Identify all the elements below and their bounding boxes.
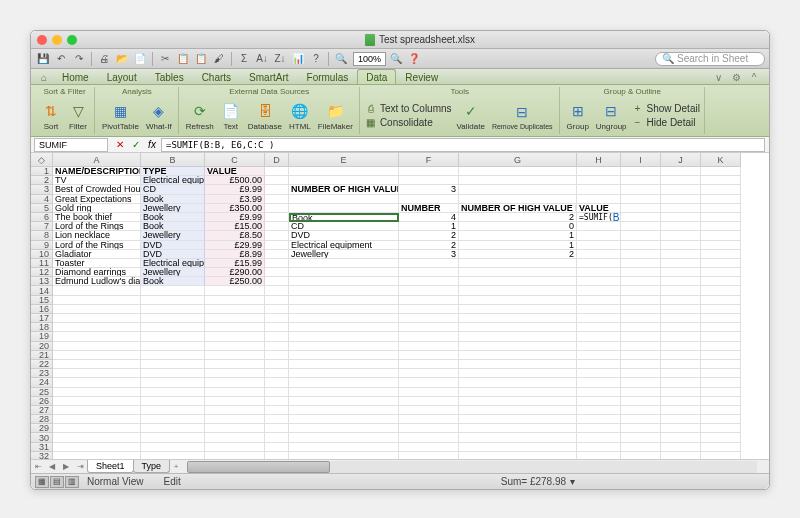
cell-I27[interactable] xyxy=(621,406,661,415)
cell-D3[interactable] xyxy=(265,185,289,194)
cell-K20[interactable] xyxy=(701,342,741,351)
cell-K19[interactable] xyxy=(701,332,741,341)
cell-D1[interactable] xyxy=(265,167,289,176)
database-button[interactable]: 🗄Database xyxy=(246,100,284,132)
cell-I8[interactable] xyxy=(621,231,661,240)
cell-G14[interactable] xyxy=(459,286,577,295)
row-header-5[interactable]: 5 xyxy=(31,204,53,213)
cell-F25[interactable] xyxy=(399,388,459,397)
cell-G23[interactable] xyxy=(459,369,577,378)
cell-J14[interactable] xyxy=(661,286,701,295)
cell-D25[interactable] xyxy=(265,388,289,397)
cell-C16[interactable] xyxy=(205,305,265,314)
cell-C6[interactable]: £9.99 xyxy=(205,213,265,222)
cell-I11[interactable] xyxy=(621,259,661,268)
cell-B6[interactable]: Book xyxy=(141,213,205,222)
col-header-K[interactable]: K xyxy=(701,153,741,167)
cell-F21[interactable] xyxy=(399,351,459,360)
sort-button[interactable]: ⇅Sort xyxy=(39,100,63,132)
cell-E26[interactable] xyxy=(289,397,399,406)
ribbon-tab-review[interactable]: Review xyxy=(396,69,447,84)
row-header-6[interactable]: 6 xyxy=(31,213,53,222)
cell-H25[interactable] xyxy=(577,388,621,397)
cell-F12[interactable] xyxy=(399,268,459,277)
cell-C17[interactable] xyxy=(205,314,265,323)
cell-E21[interactable] xyxy=(289,351,399,360)
cell-B21[interactable] xyxy=(141,351,205,360)
cell-H9[interactable] xyxy=(577,241,621,250)
cell-H15[interactable] xyxy=(577,296,621,305)
cell-F18[interactable] xyxy=(399,323,459,332)
cell-B12[interactable]: Jewellery xyxy=(141,268,205,277)
cell-G1[interactable] xyxy=(459,167,577,176)
cell-G28[interactable] xyxy=(459,415,577,424)
refresh-button[interactable]: ⟳Refresh xyxy=(184,100,216,132)
zoom-out-icon[interactable]: 🔍 xyxy=(333,51,349,67)
cell-A10[interactable]: Gladiator xyxy=(53,250,141,259)
cell-D7[interactable] xyxy=(265,222,289,231)
cell-C21[interactable] xyxy=(205,351,265,360)
cell-G18[interactable] xyxy=(459,323,577,332)
cell-J16[interactable] xyxy=(661,305,701,314)
cell-B18[interactable] xyxy=(141,323,205,332)
cell-K15[interactable] xyxy=(701,296,741,305)
redo-icon[interactable]: ↷ xyxy=(71,51,87,67)
cell-I14[interactable] xyxy=(621,286,661,295)
undo-icon[interactable]: ↶ xyxy=(53,51,69,67)
cell-B19[interactable] xyxy=(141,332,205,341)
cell-C15[interactable] xyxy=(205,296,265,305)
cell-H17[interactable] xyxy=(577,314,621,323)
cell-J5[interactable] xyxy=(661,204,701,213)
cell-B32[interactable] xyxy=(141,452,205,459)
cell-A25[interactable] xyxy=(53,388,141,397)
cell-J6[interactable] xyxy=(661,213,701,222)
cell-D15[interactable] xyxy=(265,296,289,305)
cell-C25[interactable] xyxy=(205,388,265,397)
col-header-B[interactable]: B xyxy=(141,153,205,167)
tab-nav-first-icon[interactable]: ⇤ xyxy=(31,461,45,473)
cell-I1[interactable] xyxy=(621,167,661,176)
cell-I2[interactable] xyxy=(621,176,661,185)
cell-J17[interactable] xyxy=(661,314,701,323)
cell-H13[interactable] xyxy=(577,277,621,286)
cell-F1[interactable] xyxy=(399,167,459,176)
cell-K29[interactable] xyxy=(701,424,741,433)
cell-A1[interactable]: NAME/DESCRIPTION xyxy=(53,167,141,176)
cell-A12[interactable]: Diamond earrings xyxy=(53,268,141,277)
cell-H16[interactable] xyxy=(577,305,621,314)
cell-J3[interactable] xyxy=(661,185,701,194)
cell-H8[interactable] xyxy=(577,231,621,240)
cell-J19[interactable] xyxy=(661,332,701,341)
cell-B9[interactable]: DVD xyxy=(141,241,205,250)
cell-K31[interactable] xyxy=(701,443,741,452)
tab-nav-last-icon[interactable]: ⇥ xyxy=(73,461,87,473)
cell-A8[interactable]: Lion necklace xyxy=(53,231,141,240)
cell-K13[interactable] xyxy=(701,277,741,286)
expand-icon[interactable]: ∨ xyxy=(711,70,725,84)
col-header-J[interactable]: J xyxy=(661,153,701,167)
cell-H3[interactable] xyxy=(577,185,621,194)
add-sheet-icon[interactable]: + xyxy=(169,461,183,473)
cell-K9[interactable] xyxy=(701,241,741,250)
cell-F6[interactable]: 4 xyxy=(399,213,459,222)
cell-G17[interactable] xyxy=(459,314,577,323)
cell-G22[interactable] xyxy=(459,360,577,369)
html-import-button[interactable]: 🌐HTML xyxy=(287,100,313,132)
cell-D22[interactable] xyxy=(265,360,289,369)
cell-B15[interactable] xyxy=(141,296,205,305)
cell-H5[interactable]: VALUE xyxy=(577,204,621,213)
cell-F19[interactable] xyxy=(399,332,459,341)
cell-A4[interactable]: Great Expectations xyxy=(53,195,141,204)
ribbon-tab-layout[interactable]: Layout xyxy=(98,69,146,84)
cell-K5[interactable] xyxy=(701,204,741,213)
cell-A17[interactable] xyxy=(53,314,141,323)
validate-button[interactable]: ✓Validate xyxy=(455,100,487,132)
cell-E18[interactable] xyxy=(289,323,399,332)
cell-B17[interactable] xyxy=(141,314,205,323)
cell-I18[interactable] xyxy=(621,323,661,332)
cell-F14[interactable] xyxy=(399,286,459,295)
cell-F10[interactable]: 3 xyxy=(399,250,459,259)
minimize-icon[interactable] xyxy=(52,35,62,45)
cell-K1[interactable] xyxy=(701,167,741,176)
cell-H14[interactable] xyxy=(577,286,621,295)
